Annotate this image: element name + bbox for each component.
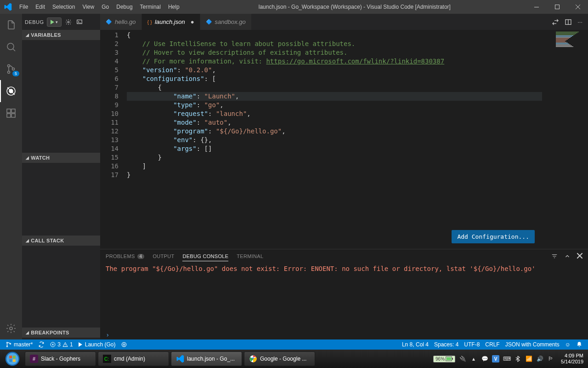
taskbar-item[interactable]: launch.json - Go_... bbox=[171, 351, 242, 366]
start-button[interactable] bbox=[2, 351, 23, 367]
debug-settings-icon[interactable] bbox=[64, 18, 73, 26]
git-sync-status[interactable] bbox=[35, 341, 47, 348]
svg-point-2 bbox=[7, 43, 14, 50]
svg-point-16 bbox=[6, 342, 7, 343]
volume-icon[interactable]: 🔊 bbox=[536, 355, 543, 362]
code-area[interactable]: { // Use IntelliSense to learn about pos… bbox=[127, 30, 542, 249]
encoding-status[interactable]: UTF-8 bbox=[461, 341, 482, 348]
taskbar-item[interactable]: #Slack - Gophers bbox=[25, 351, 96, 366]
feedback-icon[interactable]: ☺ bbox=[562, 341, 573, 348]
panel-collapse-icon[interactable] bbox=[564, 253, 571, 259]
maximize-button[interactable] bbox=[547, 0, 567, 14]
close-icon[interactable]: ● bbox=[191, 18, 194, 25]
debug-launch-status[interactable]: Launch (Go) bbox=[76, 341, 119, 348]
section-variables[interactable]: ◢VARIABLES bbox=[22, 30, 100, 40]
language-mode-status[interactable]: JSON with Comments bbox=[503, 341, 562, 348]
battery-indicator[interactable]: 96% bbox=[433, 356, 455, 362]
debug-console-icon[interactable] bbox=[75, 18, 84, 26]
taskbar-item[interactable]: C:cmd (Admin) bbox=[98, 351, 169, 366]
svg-point-17 bbox=[6, 346, 7, 347]
svg-rect-26 bbox=[9, 359, 12, 362]
tray-app-icon[interactable]: V bbox=[492, 355, 499, 362]
split-editor-icon[interactable] bbox=[565, 18, 572, 26]
notifications-icon[interactable] bbox=[573, 341, 585, 348]
menu-edit[interactable]: Edit bbox=[32, 0, 49, 14]
debug-target-icon[interactable] bbox=[118, 341, 130, 348]
bluetooth-icon[interactable] bbox=[514, 355, 521, 362]
git-branch-status[interactable]: master* bbox=[3, 341, 35, 348]
explorer-icon[interactable] bbox=[0, 14, 22, 36]
svg-text:#: # bbox=[33, 356, 36, 362]
search-icon[interactable] bbox=[0, 36, 22, 58]
tab-sandbox-go[interactable]: 🔷sandbox.go bbox=[200, 14, 252, 30]
tab-launch-json[interactable]: { }launch.json● bbox=[142, 14, 200, 30]
settings-gear-icon[interactable] bbox=[0, 317, 22, 339]
eol-status[interactable]: CRLF bbox=[482, 341, 502, 348]
svg-rect-10 bbox=[11, 114, 15, 117]
windows-taskbar: #Slack - GophersC:cmd (Admin)launch.json… bbox=[0, 350, 588, 368]
compare-changes-icon[interactable] bbox=[552, 18, 559, 26]
minimap[interactable] bbox=[542, 30, 588, 249]
extensions-icon[interactable] bbox=[0, 102, 22, 124]
tray-chevron-icon[interactable]: ▴ bbox=[470, 355, 477, 362]
more-actions-icon[interactable]: ··· bbox=[577, 18, 582, 25]
source-control-icon[interactable]: 5 bbox=[0, 58, 22, 80]
panel-tabs: PROBLEMS4OUTPUTDEBUG CONSOLETERMINAL bbox=[100, 249, 588, 263]
menu-file[interactable]: File bbox=[16, 0, 32, 14]
problems-status[interactable]: 3 1 bbox=[47, 341, 75, 348]
svg-text:C:: C: bbox=[104, 356, 109, 362]
debug-sidebar: DEBUG ▾ ◢VARIABLES◢WATCH◢CALL STACK◢BREA… bbox=[22, 14, 100, 339]
keyboard-icon[interactable]: ⌨ bbox=[503, 355, 510, 362]
taskbar-item[interactable]: Google - Google ... bbox=[244, 351, 315, 366]
menu-help[interactable]: Help bbox=[164, 0, 183, 14]
svg-point-7 bbox=[9, 89, 13, 93]
svg-point-21 bbox=[124, 344, 125, 345]
wifi-icon[interactable]: 📶 bbox=[525, 355, 532, 362]
start-debug-button[interactable]: ▾ bbox=[47, 17, 62, 27]
close-button[interactable] bbox=[567, 0, 588, 14]
svg-rect-11 bbox=[11, 109, 15, 113]
svg-point-4 bbox=[8, 71, 10, 74]
section-watch[interactable]: ◢WATCH bbox=[22, 153, 100, 163]
add-configuration-button[interactable]: Add Configuration... bbox=[452, 230, 535, 243]
section-call-stack[interactable]: ◢CALL STACK bbox=[22, 236, 100, 246]
line-number-gutter: 1234567891011121314151617 bbox=[100, 30, 127, 249]
svg-rect-35 bbox=[452, 358, 453, 360]
debug-toolbar: DEBUG ▾ bbox=[22, 14, 100, 30]
panel-tab-problems[interactable]: PROBLEMS4 bbox=[106, 253, 144, 259]
indentation-status[interactable]: Spaces: 4 bbox=[431, 341, 461, 348]
titlebar: FileEditSelectionViewGoDebugTerminalHelp… bbox=[0, 0, 588, 14]
debug-label: DEBUG bbox=[25, 19, 44, 25]
panel-tab-output[interactable]: OUTPUT bbox=[153, 253, 174, 259]
svg-rect-0 bbox=[534, 7, 539, 7]
minimize-button[interactable] bbox=[526, 0, 547, 14]
cursor-position-status[interactable]: Ln 8, Col 4 bbox=[399, 341, 431, 348]
section-breakpoints[interactable]: ◢BREAKPOINTS bbox=[22, 328, 100, 338]
editor-group: 🔷hello.go{ }launch.json●🔷sandbox.go ··· … bbox=[100, 14, 588, 339]
svg-rect-25 bbox=[13, 356, 16, 358]
svg-rect-36 bbox=[447, 357, 451, 360]
svg-rect-27 bbox=[13, 359, 16, 362]
system-clock[interactable]: 4:09 PM 5/14/2019 bbox=[558, 353, 586, 365]
menu-view[interactable]: View bbox=[79, 0, 98, 14]
flag-icon[interactable]: 🏳 bbox=[547, 355, 554, 362]
editor[interactable]: 1234567891011121314151617 { // Use Intel… bbox=[100, 30, 588, 249]
menu-go[interactable]: Go bbox=[98, 0, 113, 14]
svg-point-3 bbox=[8, 65, 10, 67]
menu-debug[interactable]: Debug bbox=[113, 0, 136, 14]
vscode-icon bbox=[0, 3, 16, 11]
panel-filter-icon[interactable] bbox=[551, 253, 558, 259]
power-icon[interactable]: 🔌 bbox=[459, 355, 466, 362]
panel-tab-debug-console[interactable]: DEBUG CONSOLE bbox=[182, 253, 228, 261]
debug-console-input[interactable]: › bbox=[100, 331, 588, 339]
tab-hello-go[interactable]: 🔷hello.go bbox=[100, 14, 142, 30]
panel-close-icon[interactable] bbox=[577, 253, 582, 259]
svg-rect-8 bbox=[7, 109, 11, 113]
menu-selection[interactable]: Selection bbox=[49, 0, 79, 14]
debug-icon[interactable] bbox=[0, 80, 22, 102]
panel-tab-terminal[interactable]: TERMINAL bbox=[237, 253, 263, 259]
status-bar: master* 3 1 Launch (Go) Ln 8, Col 4 Spac… bbox=[0, 339, 588, 350]
menu-terminal[interactable]: Terminal bbox=[136, 0, 164, 14]
action-center-icon[interactable]: 💬 bbox=[481, 355, 488, 362]
svg-point-13 bbox=[68, 21, 69, 23]
